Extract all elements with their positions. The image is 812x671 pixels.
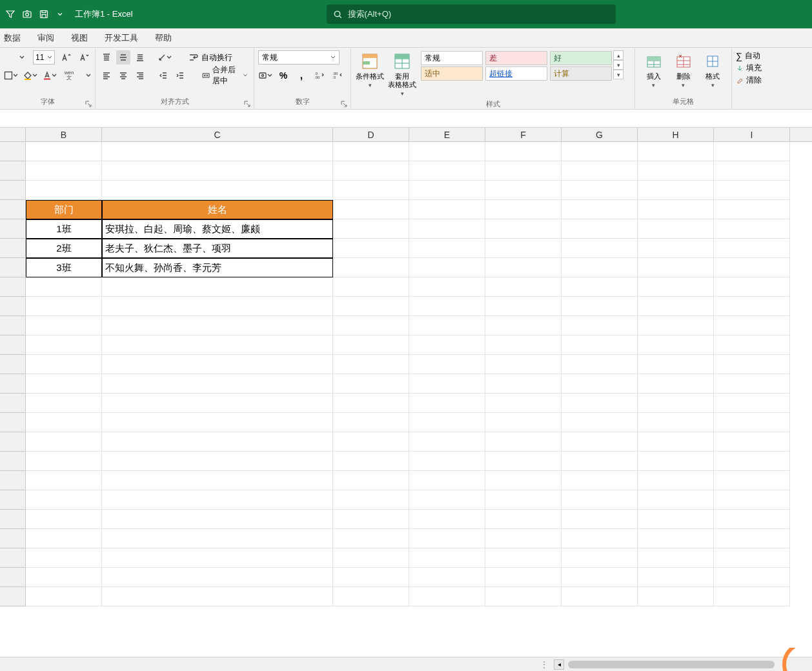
cell[interactable] [562,471,638,490]
cell[interactable] [102,529,333,548]
cell[interactable] [102,336,333,355]
comma-icon[interactable]: , [294,68,309,83]
cell[interactable] [333,219,409,239]
cell[interactable] [102,568,333,587]
cell[interactable] [26,510,102,529]
cell[interactable] [333,374,409,394]
cell[interactable] [714,161,790,181]
cell[interactable] [409,316,485,336]
cell[interactable] [714,219,790,239]
cell[interactable] [485,200,562,219]
row-header[interactable] [0,142,26,161]
cell[interactable] [638,161,714,181]
cell[interactable] [485,490,562,510]
cell[interactable] [102,452,333,471]
cell[interactable] [102,432,333,452]
cell[interactable] [714,548,790,568]
cell[interactable] [333,452,409,471]
row-header[interactable] [0,548,26,568]
cell[interactable] [562,258,638,277]
cell[interactable] [714,181,790,200]
col-header-H[interactable]: H [638,128,714,141]
cell[interactable] [562,161,638,181]
styles-scroll-up-icon[interactable]: ▴ [613,50,624,60]
cell[interactable] [562,510,638,529]
cell[interactable] [485,297,562,316]
worksheet-grid[interactable]: B C D E F G H I 部门姓名1班安琪拉、白起、周瑜、蔡文姬、廉颇2班… [0,128,812,657]
cell[interactable]: 老夫子、狄仁杰、墨子、项羽 [102,239,333,258]
row-header[interactable] [0,161,26,181]
fill-color-icon[interactable] [23,68,37,83]
align-center-icon[interactable] [116,68,130,83]
cell[interactable] [714,510,790,529]
tab-help[interactable]: 帮助 [155,32,172,44]
cell[interactable] [638,510,714,529]
cell[interactable] [714,258,790,277]
horizontal-scrollbar[interactable]: ◂ [554,659,812,670]
cell[interactable] [26,471,102,490]
cell[interactable] [638,471,714,490]
cell[interactable] [333,239,409,258]
decrease-decimal-icon[interactable]: .00.0 [330,68,345,83]
align-dialog-launcher-icon[interactable] [243,99,252,108]
cell[interactable] [409,374,485,394]
cell[interactable] [562,219,638,239]
cell[interactable] [638,587,714,606]
cell[interactable]: 安琪拉、白起、周瑜、蔡文姬、廉颇 [102,219,333,239]
cell[interactable] [562,587,638,606]
cell[interactable] [714,452,790,471]
cell[interactable] [485,258,562,277]
cell[interactable] [714,316,790,336]
cell[interactable] [714,239,790,258]
cell[interactable] [333,548,409,568]
cell[interactable] [26,142,102,161]
cell[interactable] [26,355,102,374]
cell[interactable] [485,529,562,548]
increase-font-icon[interactable] [59,50,73,65]
phonetic-icon[interactable]: wen文 [62,68,76,83]
cell[interactable] [485,587,562,606]
fill-button[interactable]: 填充 [736,63,762,74]
cell[interactable] [638,336,714,355]
col-header-F[interactable]: F [485,128,562,141]
cell[interactable] [714,142,790,161]
row-header[interactable] [0,374,26,394]
row-header[interactable] [0,413,26,432]
cell[interactable] [485,161,562,181]
cell[interactable] [714,200,790,219]
cell[interactable] [102,374,333,394]
autosum-button[interactable]: ∑自动 [736,50,762,61]
cell[interactable] [102,316,333,336]
cell[interactable] [485,336,562,355]
cell[interactable] [333,277,409,297]
delete-cells-button[interactable]: 删除▾ [669,50,698,90]
cell[interactable] [485,355,562,374]
cell[interactable] [638,432,714,452]
row-header[interactable] [0,355,26,374]
col-header-C[interactable]: C [102,128,333,141]
cell[interactable] [409,394,485,413]
cell[interactable] [102,394,333,413]
cell[interactable]: 部门 [26,200,102,219]
row-header[interactable] [0,529,26,548]
sheet-nav-dots-icon[interactable]: ⋮ [540,659,549,670]
cell[interactable] [714,355,790,374]
cell[interactable] [26,161,102,181]
cell[interactable] [485,568,562,587]
increase-decimal-icon[interactable]: .0.00 [312,68,327,83]
formula-bar[interactable] [0,110,812,128]
cell[interactable] [333,471,409,490]
cell[interactable] [714,277,790,297]
cell[interactable] [638,452,714,471]
cell[interactable] [409,452,485,471]
align-middle-icon[interactable] [116,50,130,65]
cell[interactable] [638,258,714,277]
cell[interactable] [485,413,562,432]
cell[interactable] [638,374,714,394]
cell[interactable] [562,490,638,510]
row-header[interactable] [0,510,26,529]
cell[interactable] [714,336,790,355]
cell[interactable]: 姓名 [102,200,333,219]
tab-data[interactable]: 数据 [4,32,21,44]
orientation-icon[interactable] [157,50,172,65]
